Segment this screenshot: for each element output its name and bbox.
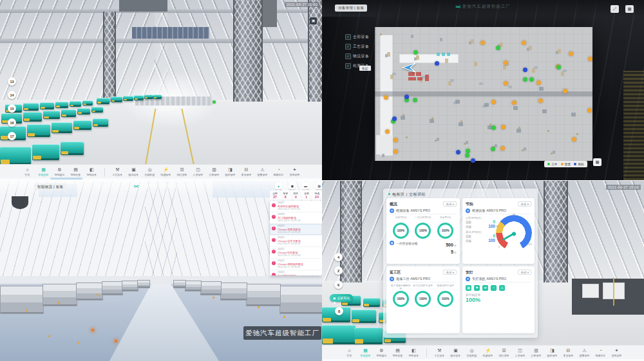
agv-cart[interactable]	[144, 95, 153, 99]
toolbar-item-module-9[interactable]: ⚠报警管理	[576, 348, 592, 357]
device-status-dot[interactable]	[480, 41, 485, 45]
device-status-dot[interactable]	[496, 46, 500, 50]
device-status-dot[interactable]	[456, 150, 460, 154]
panel-tab-button-0[interactable]: ▲	[275, 183, 282, 189]
toolbar-item-module-6[interactable]: ▥订单管理	[206, 167, 222, 176]
device-status-dot[interactable]	[504, 81, 508, 86]
andon-tile-icon[interactable]: ◔	[491, 285, 497, 291]
task-stat[interactable]: 异常1	[301, 190, 312, 200]
device-status-dot[interactable]	[500, 146, 505, 151]
agv-cart[interactable]	[352, 310, 376, 323]
agv-cart[interactable]	[70, 101, 81, 107]
device-status-dot[interactable]	[413, 98, 417, 102]
task-stat[interactable]: 完成24	[312, 190, 322, 200]
agv-cart[interactable]	[77, 108, 90, 115]
toolbar-item-main-3[interactable]: ▤智能质量	[390, 348, 406, 357]
navigation-arrow-icon[interactable]	[402, 62, 416, 73]
minimap-toggle-button[interactable]: ▣	[310, 17, 317, 24]
checkbox-icon[interactable]: ✓	[345, 53, 351, 59]
device-status-dot[interactable]	[523, 77, 527, 82]
device-status-dot[interactable]	[471, 158, 475, 163]
toolbar-item-module-11[interactable]: ✦系统设置	[609, 348, 625, 357]
shift-dropdown[interactable]: 本班 ▾	[518, 270, 531, 275]
board-label[interactable]: 智能物流 | 看板	[34, 183, 66, 190]
agv-cart[interactable]	[61, 109, 76, 117]
area-tag[interactable]: ▣ 总装车间	[330, 294, 353, 302]
toolbar-item-module-1[interactable]: ▣物流设备	[448, 348, 464, 357]
andon-tile-icon[interactable]: ⚑	[474, 285, 480, 291]
agv-cart[interactable]	[23, 112, 42, 122]
agv-cart[interactable]	[52, 122, 72, 133]
layer-checkbox-row[interactable]: ✓工艺设备	[345, 44, 369, 50]
agv-cart[interactable]	[32, 144, 59, 160]
panel-tab-button-3[interactable]: ▦	[316, 183, 322, 189]
agv-cart[interactable]	[123, 96, 133, 101]
agv-cart[interactable]	[363, 298, 380, 307]
task-list-item[interactable]: !13420Charger仪表台配送2021-04-27 14:24:12	[270, 236, 322, 247]
shift-dropdown[interactable]: 本班 ▾	[443, 201, 457, 207]
toolbar-item-module-6[interactable]: ▥订单管理	[528, 348, 544, 357]
toolbar-item-module-0[interactable]: ⚒工艺设备	[431, 348, 448, 357]
toolbar-item-main-1[interactable]: ▦车间总览	[35, 167, 52, 176]
device-status-dot[interactable]	[491, 125, 496, 130]
toolbar-item-main-1[interactable]: ▦车间总览	[357, 348, 374, 357]
toolbar-item-module-2[interactable]: ◎在线检测	[464, 348, 480, 357]
agv-cart[interactable]	[61, 142, 84, 155]
shift-dropdown[interactable]: 本班 ▾	[443, 270, 457, 275]
task-list-item[interactable]: !13421Charger轮胎配送2021-04-27 14:25:08	[270, 247, 322, 259]
device-status-dot[interactable]	[501, 125, 506, 129]
toolbar-item-main-4[interactable]: ◧智能设备	[406, 348, 422, 357]
toolbar-item-module-1[interactable]: ▣物流设备	[126, 167, 142, 176]
device-status-dot[interactable]	[491, 147, 495, 151]
device-status-dot[interactable]	[522, 41, 526, 45]
task-stat[interactable]: 预警8	[280, 190, 290, 200]
agv-cart[interactable]	[55, 102, 68, 108]
toolbar-item-main-2[interactable]: ⚙智能物流	[374, 348, 390, 357]
device-status-dot[interactable]	[466, 149, 470, 153]
scene-marker[interactable]: 8	[335, 307, 343, 315]
device-status-dot[interactable]	[213, 100, 216, 104]
panel-tab-button-1[interactable]: ◼	[289, 183, 296, 189]
scene-marker[interactable]: 14	[8, 91, 16, 99]
device-status-dot[interactable]	[556, 65, 561, 69]
agv-cart[interactable]	[111, 97, 122, 102]
scene-marker[interactable]: 2	[334, 266, 343, 275]
device-status-dot[interactable]	[504, 60, 508, 65]
shift-dropdown[interactable]: 本班 ▾	[518, 201, 531, 207]
device-status-dot[interactable]	[465, 153, 469, 158]
toolbar-item-module-10[interactable]: ◔视频监控	[592, 348, 609, 357]
layout-button[interactable]: ▦	[625, 5, 634, 13]
scene-marker[interactable]: 15	[8, 104, 16, 113]
toolbar-item-module-5[interactable]: ◫人员管理	[512, 348, 528, 357]
device-status-dot[interactable]	[392, 116, 397, 121]
layer-checkbox-row[interactable]: ✓物流设备	[345, 53, 369, 59]
device-status-dot[interactable]	[523, 68, 527, 72]
fullscreen-button[interactable]: ⤢	[611, 5, 619, 13]
device-status-dot[interactable]	[491, 100, 496, 104]
device-status-dot[interactable]	[393, 149, 398, 154]
scene-marker[interactable]: 16	[8, 118, 16, 127]
agv-cart[interactable]	[134, 95, 144, 100]
scene-marker[interactable]: 17	[8, 132, 16, 140]
agv-cart[interactable]	[153, 95, 162, 99]
agv-cart[interactable]	[27, 124, 50, 137]
layer-checkbox-row[interactable]: ✓全部设备	[345, 34, 369, 40]
breadcrumb[interactable]: 电检区 | 交检班组	[388, 192, 426, 198]
toolbar-item-main-0[interactable]: ⌂首页	[19, 167, 35, 176]
agv-cart[interactable]	[73, 120, 91, 130]
task-list-item[interactable]: !13419Charger底盘线配送2021-04-27 14:23:30	[270, 224, 322, 236]
device-status-dot[interactable]	[384, 95, 388, 100]
scene-marker[interactable]: 6	[334, 281, 343, 289]
andon-tile-icon[interactable]: ⚠	[499, 285, 505, 291]
agv-cart[interactable]	[97, 98, 109, 104]
checkbox-icon[interactable]: ✓	[345, 63, 351, 69]
agv-cart[interactable]	[322, 325, 355, 344]
agv-cart[interactable]	[82, 100, 93, 106]
toolbar-item-module-7[interactable]: ◨物料管理	[544, 348, 560, 357]
board-label[interactable]: 设备管理 | 看板	[335, 5, 367, 12]
toolbar-item-module-5[interactable]: ◫人员管理	[190, 167, 206, 176]
agv-cart[interactable]	[23, 103, 39, 111]
toolbar-item-module-8[interactable]: ⊟库存管理	[238, 167, 254, 176]
toolbar-item-module-9[interactable]: ⚠报警管理	[254, 167, 270, 176]
device-status-dot[interactable]	[413, 50, 418, 55]
